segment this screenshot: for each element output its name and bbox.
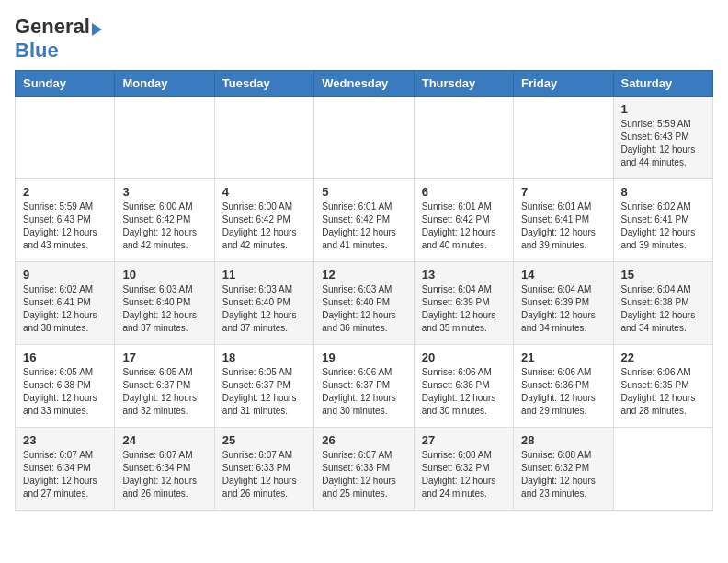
day-info: Sunrise: 6:06 AM Sunset: 6:35 PM Dayligh… <box>621 366 705 418</box>
day-info: Sunrise: 6:00 AM Sunset: 6:42 PM Dayligh… <box>222 201 306 252</box>
calendar-week-1: 1Sunrise: 5:59 AM Sunset: 6:43 PM Daylig… <box>16 97 713 179</box>
day-info: Sunrise: 6:05 AM Sunset: 6:37 PM Dayligh… <box>122 366 206 418</box>
calendar-cell: 13Sunrise: 6:04 AM Sunset: 6:39 PM Dayli… <box>414 262 513 345</box>
calendar-cell <box>214 97 313 179</box>
day-header-tuesday: Tuesday <box>214 71 313 97</box>
day-header-thursday: Thursday <box>414 71 513 97</box>
calendar-cell <box>314 97 414 179</box>
calendar-week-3: 9Sunrise: 6:02 AM Sunset: 6:41 PM Daylig… <box>16 262 713 345</box>
day-info: Sunrise: 6:04 AM Sunset: 6:38 PM Dayligh… <box>621 283 705 335</box>
calendar-cell: 6Sunrise: 6:01 AM Sunset: 6:42 PM Daylig… <box>414 179 513 262</box>
day-info: Sunrise: 6:03 AM Sunset: 6:40 PM Dayligh… <box>122 283 206 335</box>
day-info: Sunrise: 6:05 AM Sunset: 6:38 PM Dayligh… <box>23 366 107 418</box>
day-info: Sunrise: 6:01 AM Sunset: 6:41 PM Dayligh… <box>521 201 605 252</box>
day-number: 25 <box>222 433 306 447</box>
calendar-cell: 17Sunrise: 6:05 AM Sunset: 6:37 PM Dayli… <box>115 345 214 428</box>
day-number: 18 <box>222 350 306 364</box>
day-header-sunday: Sunday <box>16 71 115 97</box>
calendar-week-2: 2Sunrise: 5:59 AM Sunset: 6:43 PM Daylig… <box>16 179 713 262</box>
calendar-cell: 16Sunrise: 6:05 AM Sunset: 6:38 PM Dayli… <box>16 345 115 428</box>
calendar-cell: 14Sunrise: 6:04 AM Sunset: 6:39 PM Dayli… <box>514 262 613 345</box>
day-info: Sunrise: 6:08 AM Sunset: 6:32 PM Dayligh… <box>521 449 605 500</box>
day-number: 5 <box>322 185 405 199</box>
calendar-cell <box>16 97 115 179</box>
calendar-cell: 3Sunrise: 6:00 AM Sunset: 6:42 PM Daylig… <box>115 179 214 262</box>
day-info: Sunrise: 6:03 AM Sunset: 6:40 PM Dayligh… <box>322 283 405 335</box>
day-header-wednesday: Wednesday <box>314 71 414 97</box>
calendar-cell: 27Sunrise: 6:08 AM Sunset: 6:32 PM Dayli… <box>414 428 513 511</box>
logo-general: General <box>15 15 102 39</box>
day-number: 24 <box>122 433 206 447</box>
calendar-cell: 5Sunrise: 6:01 AM Sunset: 6:42 PM Daylig… <box>314 179 414 262</box>
calendar-cell <box>414 97 513 179</box>
day-number: 15 <box>621 268 705 282</box>
day-number: 12 <box>322 268 405 282</box>
logo: General Blue <box>15 15 102 63</box>
day-number: 2 <box>23 185 107 199</box>
calendar-cell: 25Sunrise: 6:07 AM Sunset: 6:33 PM Dayli… <box>214 428 313 511</box>
day-number: 9 <box>23 268 107 282</box>
day-header-monday: Monday <box>115 71 214 97</box>
page-header: General Blue <box>15 15 713 63</box>
day-number: 14 <box>521 268 605 282</box>
calendar-cell: 20Sunrise: 6:06 AM Sunset: 6:36 PM Dayli… <box>414 345 513 428</box>
calendar-cell <box>514 97 613 179</box>
calendar-cell: 9Sunrise: 6:02 AM Sunset: 6:41 PM Daylig… <box>16 262 115 345</box>
day-info: Sunrise: 5:59 AM Sunset: 6:43 PM Dayligh… <box>23 201 107 252</box>
day-number: 3 <box>122 185 206 199</box>
day-info: Sunrise: 6:02 AM Sunset: 6:41 PM Dayligh… <box>23 283 107 335</box>
day-info: Sunrise: 6:06 AM Sunset: 6:37 PM Dayligh… <box>322 366 405 418</box>
day-number: 22 <box>621 350 705 364</box>
day-info: Sunrise: 6:04 AM Sunset: 6:39 PM Dayligh… <box>521 283 605 335</box>
calendar-cell: 22Sunrise: 6:06 AM Sunset: 6:35 PM Dayli… <box>613 345 712 428</box>
calendar-cell: 11Sunrise: 6:03 AM Sunset: 6:40 PM Dayli… <box>214 262 313 345</box>
calendar-header-row: SundayMondayTuesdayWednesdayThursdayFrid… <box>16 71 713 97</box>
day-info: Sunrise: 6:08 AM Sunset: 6:32 PM Dayligh… <box>422 449 506 500</box>
day-number: 17 <box>122 350 206 364</box>
calendar-cell: 24Sunrise: 6:07 AM Sunset: 6:34 PM Dayli… <box>115 428 214 511</box>
day-number: 21 <box>521 350 605 364</box>
day-number: 7 <box>521 185 605 199</box>
day-info: Sunrise: 6:06 AM Sunset: 6:36 PM Dayligh… <box>521 366 605 418</box>
calendar-cell: 19Sunrise: 6:06 AM Sunset: 6:37 PM Dayli… <box>314 345 414 428</box>
day-info: Sunrise: 6:04 AM Sunset: 6:39 PM Dayligh… <box>422 283 506 335</box>
calendar-cell: 21Sunrise: 6:06 AM Sunset: 6:36 PM Dayli… <box>514 345 613 428</box>
day-number: 28 <box>521 433 605 447</box>
day-info: Sunrise: 6:07 AM Sunset: 6:33 PM Dayligh… <box>322 449 405 500</box>
day-number: 11 <box>222 268 306 282</box>
calendar-cell: 2Sunrise: 5:59 AM Sunset: 6:43 PM Daylig… <box>16 179 115 262</box>
calendar-cell <box>115 97 214 179</box>
day-info: Sunrise: 5:59 AM Sunset: 6:43 PM Dayligh… <box>621 118 705 169</box>
calendar-table: SundayMondayTuesdayWednesdayThursdayFrid… <box>15 70 713 511</box>
day-info: Sunrise: 6:06 AM Sunset: 6:36 PM Dayligh… <box>422 366 506 418</box>
day-number: 8 <box>621 185 705 199</box>
calendar-cell: 12Sunrise: 6:03 AM Sunset: 6:40 PM Dayli… <box>314 262 414 345</box>
day-number: 20 <box>422 350 506 364</box>
day-number: 1 <box>621 102 705 116</box>
calendar-cell: 23Sunrise: 6:07 AM Sunset: 6:34 PM Dayli… <box>16 428 115 511</box>
calendar-cell <box>613 428 712 511</box>
day-number: 19 <box>322 350 405 364</box>
day-number: 27 <box>422 433 506 447</box>
day-number: 13 <box>422 268 506 282</box>
day-info: Sunrise: 6:00 AM Sunset: 6:42 PM Dayligh… <box>122 201 206 252</box>
day-info: Sunrise: 6:01 AM Sunset: 6:42 PM Dayligh… <box>322 201 405 252</box>
day-info: Sunrise: 6:05 AM Sunset: 6:37 PM Dayligh… <box>222 366 306 418</box>
calendar-cell: 4Sunrise: 6:00 AM Sunset: 6:42 PM Daylig… <box>214 179 313 262</box>
calendar-cell: 10Sunrise: 6:03 AM Sunset: 6:40 PM Dayli… <box>115 262 214 345</box>
day-number: 26 <box>322 433 405 447</box>
calendar-week-4: 16Sunrise: 6:05 AM Sunset: 6:38 PM Dayli… <box>16 345 713 428</box>
calendar-cell: 7Sunrise: 6:01 AM Sunset: 6:41 PM Daylig… <box>514 179 613 262</box>
calendar-cell: 15Sunrise: 6:04 AM Sunset: 6:38 PM Dayli… <box>613 262 712 345</box>
calendar-cell: 1Sunrise: 5:59 AM Sunset: 6:43 PM Daylig… <box>613 97 712 179</box>
day-header-saturday: Saturday <box>613 71 712 97</box>
day-number: 16 <box>23 350 107 364</box>
day-number: 6 <box>422 185 506 199</box>
calendar-cell: 18Sunrise: 6:05 AM Sunset: 6:37 PM Dayli… <box>214 345 313 428</box>
calendar-week-5: 23Sunrise: 6:07 AM Sunset: 6:34 PM Dayli… <box>16 428 713 511</box>
day-header-friday: Friday <box>514 71 613 97</box>
day-number: 4 <box>222 185 306 199</box>
day-number: 10 <box>122 268 206 282</box>
day-info: Sunrise: 6:07 AM Sunset: 6:34 PM Dayligh… <box>23 449 107 500</box>
day-info: Sunrise: 6:07 AM Sunset: 6:33 PM Dayligh… <box>222 449 306 500</box>
